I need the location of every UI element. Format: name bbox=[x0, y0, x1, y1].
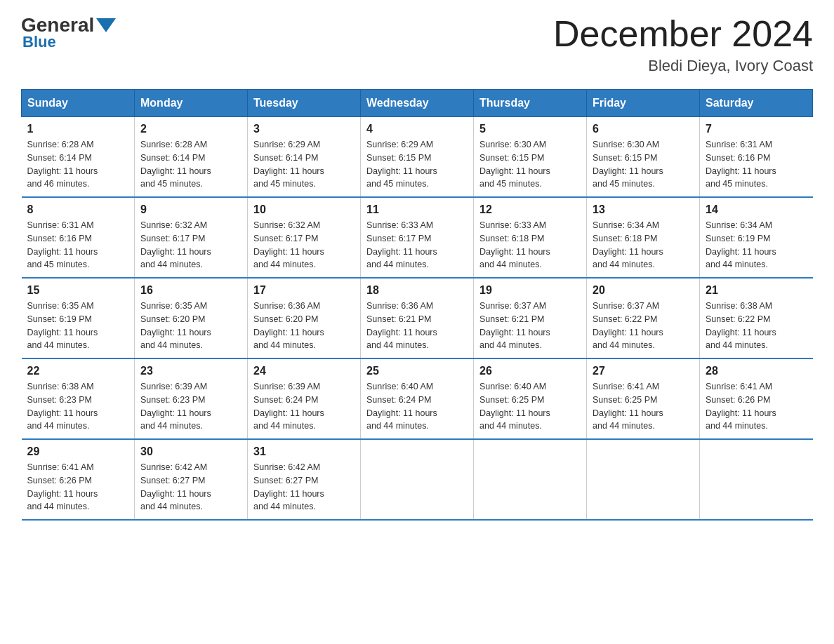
calendar-cell: 22Sunrise: 6:38 AMSunset: 6:23 PMDayligh… bbox=[22, 358, 135, 439]
logo-triangle-icon bbox=[96, 18, 116, 32]
calendar-cell: 4Sunrise: 6:29 AMSunset: 6:15 PMDaylight… bbox=[361, 117, 474, 198]
calendar-table: SundayMondayTuesdayWednesdayThursdayFrid… bbox=[21, 89, 813, 521]
calendar-cell: 19Sunrise: 6:37 AMSunset: 6:21 PMDayligh… bbox=[474, 278, 587, 358]
day-info: Sunrise: 6:29 AMSunset: 6:14 PMDaylight:… bbox=[253, 138, 355, 191]
day-number: 18 bbox=[366, 284, 468, 297]
day-number: 28 bbox=[706, 365, 807, 377]
calendar-cell bbox=[361, 439, 474, 520]
day-info: Sunrise: 6:32 AMSunset: 6:17 PMDaylight:… bbox=[140, 219, 241, 271]
day-info: Sunrise: 6:28 AMSunset: 6:14 PMDaylight:… bbox=[140, 138, 241, 191]
day-info: Sunrise: 6:34 AMSunset: 6:19 PMDaylight:… bbox=[706, 219, 807, 271]
day-number: 26 bbox=[479, 365, 581, 377]
calendar-cell: 8Sunrise: 6:31 AMSunset: 6:16 PMDaylight… bbox=[22, 197, 135, 278]
day-info: Sunrise: 6:36 AMSunset: 6:21 PMDaylight:… bbox=[366, 300, 468, 352]
calendar-cell: 31Sunrise: 6:42 AMSunset: 6:27 PMDayligh… bbox=[248, 439, 361, 520]
day-number: 24 bbox=[253, 365, 355, 377]
day-number: 17 bbox=[253, 284, 355, 297]
column-header-tuesday: Tuesday bbox=[248, 90, 361, 117]
day-number: 1 bbox=[27, 123, 129, 135]
day-info: Sunrise: 6:30 AMSunset: 6:15 PMDaylight:… bbox=[479, 138, 581, 191]
day-number: 22 bbox=[27, 365, 129, 377]
calendar-cell: 25Sunrise: 6:40 AMSunset: 6:24 PMDayligh… bbox=[361, 358, 474, 439]
day-number: 23 bbox=[140, 365, 241, 377]
day-info: Sunrise: 6:38 AMSunset: 6:22 PMDaylight:… bbox=[706, 300, 807, 352]
calendar-cell: 26Sunrise: 6:40 AMSunset: 6:25 PMDayligh… bbox=[474, 358, 587, 439]
day-info: Sunrise: 6:32 AMSunset: 6:17 PMDaylight:… bbox=[253, 219, 355, 271]
day-number: 21 bbox=[706, 284, 807, 297]
column-header-thursday: Thursday bbox=[474, 90, 587, 117]
calendar-cell: 18Sunrise: 6:36 AMSunset: 6:21 PMDayligh… bbox=[361, 278, 474, 358]
day-number: 5 bbox=[479, 123, 581, 135]
calendar-cell: 13Sunrise: 6:34 AMSunset: 6:18 PMDayligh… bbox=[587, 197, 700, 278]
day-number: 10 bbox=[253, 203, 355, 216]
day-number: 31 bbox=[253, 445, 355, 458]
calendar-cell: 28Sunrise: 6:41 AMSunset: 6:26 PMDayligh… bbox=[700, 358, 813, 439]
day-number: 19 bbox=[479, 284, 581, 297]
calendar-cell: 10Sunrise: 6:32 AMSunset: 6:17 PMDayligh… bbox=[248, 197, 361, 278]
day-number: 9 bbox=[140, 203, 241, 216]
logo-blue-text: Blue bbox=[22, 33, 56, 51]
day-info: Sunrise: 6:39 AMSunset: 6:24 PMDaylight:… bbox=[253, 380, 355, 433]
day-number: 13 bbox=[593, 203, 694, 216]
day-number: 30 bbox=[140, 445, 241, 458]
page-header: General Blue December 2024 Bledi Dieya, … bbox=[21, 14, 813, 75]
day-number: 25 bbox=[366, 365, 468, 377]
calendar-cell bbox=[700, 439, 813, 520]
calendar-cell: 12Sunrise: 6:33 AMSunset: 6:18 PMDayligh… bbox=[474, 197, 587, 278]
column-header-saturday: Saturday bbox=[700, 90, 813, 117]
calendar-cell: 9Sunrise: 6:32 AMSunset: 6:17 PMDaylight… bbox=[135, 197, 248, 278]
calendar-title-block: December 2024 Bledi Dieya, Ivory Coast bbox=[553, 14, 813, 75]
calendar-week-4: 22Sunrise: 6:38 AMSunset: 6:23 PMDayligh… bbox=[22, 358, 813, 439]
day-info: Sunrise: 6:41 AMSunset: 6:25 PMDaylight:… bbox=[593, 380, 694, 433]
calendar-cell: 17Sunrise: 6:36 AMSunset: 6:20 PMDayligh… bbox=[248, 278, 361, 358]
day-info: Sunrise: 6:29 AMSunset: 6:15 PMDaylight:… bbox=[366, 138, 468, 191]
calendar-cell: 23Sunrise: 6:39 AMSunset: 6:23 PMDayligh… bbox=[135, 358, 248, 439]
day-number: 16 bbox=[140, 284, 241, 297]
calendar-week-5: 29Sunrise: 6:41 AMSunset: 6:26 PMDayligh… bbox=[22, 439, 813, 520]
day-info: Sunrise: 6:31 AMSunset: 6:16 PMDaylight:… bbox=[27, 219, 129, 271]
day-number: 20 bbox=[593, 284, 694, 297]
calendar-cell: 7Sunrise: 6:31 AMSunset: 6:16 PMDaylight… bbox=[700, 117, 813, 198]
calendar-cell: 2Sunrise: 6:28 AMSunset: 6:14 PMDaylight… bbox=[135, 117, 248, 198]
day-info: Sunrise: 6:33 AMSunset: 6:17 PMDaylight:… bbox=[366, 219, 468, 271]
day-number: 15 bbox=[27, 284, 129, 297]
calendar-cell: 24Sunrise: 6:39 AMSunset: 6:24 PMDayligh… bbox=[248, 358, 361, 439]
day-number: 11 bbox=[366, 203, 468, 216]
calendar-cell: 20Sunrise: 6:37 AMSunset: 6:22 PMDayligh… bbox=[587, 278, 700, 358]
day-info: Sunrise: 6:34 AMSunset: 6:18 PMDaylight:… bbox=[593, 219, 694, 271]
logo: General Blue bbox=[21, 14, 118, 51]
day-info: Sunrise: 6:35 AMSunset: 6:20 PMDaylight:… bbox=[140, 300, 241, 352]
day-number: 3 bbox=[253, 123, 355, 135]
calendar-cell: 1Sunrise: 6:28 AMSunset: 6:14 PMDaylight… bbox=[22, 117, 135, 198]
day-info: Sunrise: 6:39 AMSunset: 6:23 PMDaylight:… bbox=[140, 380, 241, 433]
calendar-cell: 5Sunrise: 6:30 AMSunset: 6:15 PMDaylight… bbox=[474, 117, 587, 198]
day-info: Sunrise: 6:41 AMSunset: 6:26 PMDaylight:… bbox=[706, 380, 807, 433]
calendar-cell: 16Sunrise: 6:35 AMSunset: 6:20 PMDayligh… bbox=[135, 278, 248, 358]
day-info: Sunrise: 6:42 AMSunset: 6:27 PMDaylight:… bbox=[140, 461, 241, 514]
day-info: Sunrise: 6:28 AMSunset: 6:14 PMDaylight:… bbox=[27, 138, 129, 191]
day-number: 6 bbox=[593, 123, 694, 135]
day-info: Sunrise: 6:37 AMSunset: 6:21 PMDaylight:… bbox=[479, 300, 581, 352]
column-header-sunday: Sunday bbox=[22, 90, 135, 117]
calendar-cell: 30Sunrise: 6:42 AMSunset: 6:27 PMDayligh… bbox=[135, 439, 248, 520]
day-number: 14 bbox=[706, 203, 807, 216]
calendar-cell: 3Sunrise: 6:29 AMSunset: 6:14 PMDaylight… bbox=[248, 117, 361, 198]
calendar-cell: 29Sunrise: 6:41 AMSunset: 6:26 PMDayligh… bbox=[22, 439, 135, 520]
calendar-cell bbox=[474, 439, 587, 520]
calendar-cell: 14Sunrise: 6:34 AMSunset: 6:19 PMDayligh… bbox=[700, 197, 813, 278]
calendar-week-2: 8Sunrise: 6:31 AMSunset: 6:16 PMDaylight… bbox=[22, 197, 813, 278]
day-info: Sunrise: 6:40 AMSunset: 6:24 PMDaylight:… bbox=[366, 380, 468, 433]
day-number: 29 bbox=[27, 445, 129, 458]
column-header-monday: Monday bbox=[135, 90, 248, 117]
day-number: 12 bbox=[479, 203, 581, 216]
calendar-title: December 2024 bbox=[553, 14, 813, 54]
day-number: 8 bbox=[27, 203, 129, 216]
calendar-cell bbox=[587, 439, 700, 520]
column-header-wednesday: Wednesday bbox=[361, 90, 474, 117]
day-info: Sunrise: 6:40 AMSunset: 6:25 PMDaylight:… bbox=[479, 380, 581, 433]
day-info: Sunrise: 6:35 AMSunset: 6:19 PMDaylight:… bbox=[27, 300, 129, 352]
calendar-week-3: 15Sunrise: 6:35 AMSunset: 6:19 PMDayligh… bbox=[22, 278, 813, 358]
calendar-subtitle: Bledi Dieya, Ivory Coast bbox=[553, 57, 813, 75]
day-number: 4 bbox=[366, 123, 468, 135]
calendar-cell: 21Sunrise: 6:38 AMSunset: 6:22 PMDayligh… bbox=[700, 278, 813, 358]
